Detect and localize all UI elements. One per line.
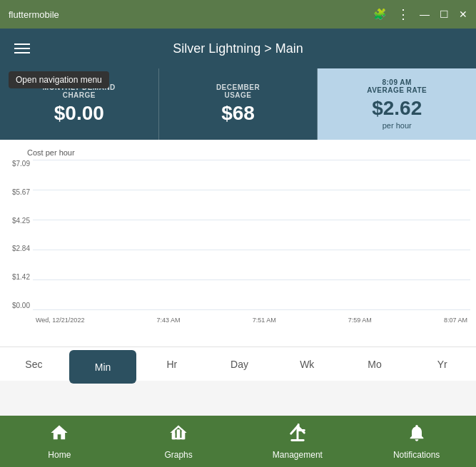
x-label-5: 8:07 AM	[444, 317, 467, 324]
y-label-3: $1.42	[12, 273, 30, 281]
time-btn-yr[interactable]: Yr	[408, 347, 476, 381]
time-btn-day[interactable]: Day	[206, 347, 273, 381]
nav-item-graphs[interactable]: Graphs	[119, 416, 238, 467]
svg-rect-2	[182, 431, 186, 440]
svg-rect-1	[177, 429, 181, 439]
page-title: Silver Lightning > Main	[173, 41, 303, 56]
puzzle-icon[interactable]: 🧩	[373, 8, 387, 21]
time-btn-wk[interactable]: Wk	[273, 347, 341, 381]
nav-item-management[interactable]: Management	[238, 416, 358, 467]
stat-time-label: 8:09 AM	[382, 78, 411, 86]
stat-usage-label: USAGE	[224, 91, 251, 99]
y-label-5: $4.25	[12, 217, 30, 225]
title-bar-app-name: fluttermobile	[9, 9, 59, 20]
svg-rect-0	[172, 433, 176, 439]
title-bar-left: fluttermobile	[9, 9, 59, 20]
y-axis: $7.09 $5.67 $4.25 $2.84 $1.42 $0.00	[6, 160, 33, 309]
stat-usage-value: $68	[221, 102, 255, 125]
stat-demand-value: $0.00	[54, 102, 104, 125]
home-icon	[49, 423, 69, 447]
y-label-6: $5.67	[12, 188, 30, 196]
graphs-icon	[168, 423, 188, 447]
nav-label-graphs: Graphs	[164, 450, 192, 460]
nav-item-notifications[interactable]: Notifications	[357, 416, 476, 467]
time-btn-mo[interactable]: Mo	[341, 347, 409, 381]
y-label-1: $0.00	[12, 302, 30, 309]
management-icon	[288, 423, 308, 447]
stat-rate-sublabel: per hour	[383, 121, 412, 130]
time-btn-hr[interactable]: Hr	[138, 347, 206, 381]
stat-rate-label: AVERAGE RATE	[367, 86, 427, 94]
y-label-7: $7.09	[12, 160, 30, 168]
tooltip: Open navigation menu	[9, 71, 109, 88]
nav-label-notifications: Notifications	[393, 450, 440, 460]
y-label-4: $2.84	[12, 245, 30, 252]
bottom-nav: Home Graphs Management Notifications	[0, 416, 476, 467]
nav-item-home[interactable]: Home	[0, 416, 119, 467]
chart-container: $7.09 $5.67 $4.25 $2.84 $1.42 $0.00	[6, 160, 470, 331]
x-label-3: 7:51 AM	[253, 317, 276, 324]
bars-container	[33, 160, 470, 309]
chart-inner	[33, 160, 470, 309]
nav-label-home: Home	[48, 450, 71, 460]
close-icon[interactable]: ✕	[459, 9, 467, 20]
maximize-icon[interactable]: ☐	[440, 9, 449, 20]
chart-area: Cost per hour $7.09 $5.67 $4.25 $2.84 $1…	[0, 140, 476, 347]
stat-rate-value: $2.62	[372, 97, 422, 120]
time-btn-min[interactable]: Min	[69, 350, 137, 384]
minimize-icon[interactable]: —	[420, 9, 430, 20]
stat-december-label: DECEMBER	[216, 83, 260, 91]
chart-y-label: Cost per hour	[6, 148, 470, 157]
x-axis: Wed, 12/21/2022 7:43 AM 7:51 AM 7:59 AM …	[33, 309, 470, 331]
x-label-2: 7:43 AM	[157, 317, 181, 324]
x-label-1: Wed, 12/21/2022	[36, 317, 84, 324]
menu-dots-icon[interactable]: ⋮	[397, 6, 410, 22]
nav-label-management: Management	[273, 450, 323, 460]
stat-average-rate: 8:09 AM AVERAGE RATE $2.62 per hour	[318, 68, 476, 140]
x-label-4: 7:59 AM	[348, 317, 372, 324]
stat-december-usage: DECEMBER USAGE $68	[159, 68, 318, 140]
app-header: Silver Lightning > Main	[0, 29, 476, 68]
time-btn-sec[interactable]: Sec	[0, 347, 68, 381]
title-bar-controls: 🧩 ⋮ — ☐ ✕	[373, 6, 467, 22]
time-selector: Sec Min Hr Day Wk Mo Yr	[0, 347, 476, 381]
title-bar: fluttermobile 🧩 ⋮ — ☐ ✕	[0, 0, 476, 29]
x-labels: Wed, 12/21/2022 7:43 AM 7:51 AM 7:59 AM …	[33, 317, 470, 324]
hamburger-button[interactable]	[9, 35, 36, 62]
notifications-icon	[407, 423, 427, 447]
stat-charge-label: CHARGE	[63, 91, 96, 99]
